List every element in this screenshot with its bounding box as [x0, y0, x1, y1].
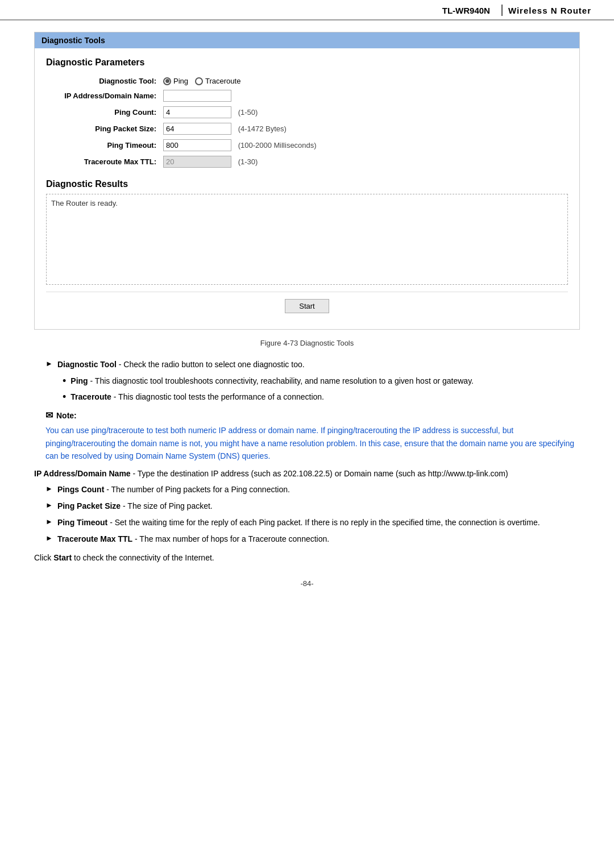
diagnostic-tool-description: ► Diagnostic Tool - Check the radio butt… [34, 359, 580, 371]
params-section-title: Diagnostic Parameters [46, 57, 568, 68]
page-header: TL-WR940N Wireless N Router [0, 0, 614, 20]
note-label-text: Note: [56, 411, 77, 420]
label-ping-count: Ping Count: [46, 104, 160, 121]
model-name: TL-WR940N [442, 6, 490, 15]
table-row: Diagnostic Tool: Ping Traceroute [46, 74, 568, 88]
diagnostic-tool-bold: Diagnostic Tool [57, 360, 117, 369]
ping-timeout-hint: (100-2000 Milliseconds) [238, 141, 317, 149]
ping-packet-size-rest: - The size of Ping packet. [123, 501, 213, 510]
diagnostic-tools-box: Diagnostic Tools Diagnostic Parameters D… [34, 32, 580, 330]
ping-timeout-input[interactable] [163, 139, 231, 151]
label-ping-timeout: Ping Timeout: [46, 137, 160, 153]
ping-timeout-rest: - Set the waiting time for the reply of … [110, 518, 540, 527]
diagnostic-tool-rest: - Check the radio button to select one d… [119, 360, 305, 369]
pings-count-description: ► Pings Count - The number of Ping packe… [34, 484, 580, 496]
ping-packet-size-text: Ping Packet Size - The size of Ping pack… [57, 500, 213, 512]
note-section: ✉ Note: You can use ping/traceroute to t… [45, 410, 580, 462]
label-ping-packet-size: Ping Packet Size: [46, 121, 160, 137]
ping-timeout-description: ► Ping Timeout - Set the waiting time fo… [34, 517, 580, 529]
traceroute-rest: - This diagnostic tool tests the perform… [114, 392, 324, 401]
table-row: Traceroute Max TTL: (1-30) [46, 153, 568, 170]
label-diagnostic-tool: Diagnostic Tool: [46, 74, 160, 88]
diagnostic-tool-radio-group: Ping Traceroute [163, 77, 565, 85]
ip-address-input[interactable] [163, 90, 231, 102]
ping-count-input[interactable] [163, 106, 231, 118]
ip-address-description: IP Address/Domain Name - Type the destin… [34, 469, 580, 478]
table-row: Ping Packet Size: (4-1472 Bytes) [46, 121, 568, 137]
ping-packet-size-hint: (4-1472 Bytes) [238, 124, 287, 133]
page-number: -84- [34, 579, 580, 588]
click-start-prefix: Click [34, 553, 53, 562]
traceroute-ttl-description: ► Traceroute Max TTL - The max number of… [34, 533, 580, 545]
click-start-bold: Start [53, 553, 72, 562]
ip-rest: - Type the destination IP address (such … [133, 469, 508, 478]
start-button[interactable]: Start [285, 299, 329, 313]
radio-ping-circle[interactable] [163, 77, 171, 85]
traceroute-ttl-bold: Traceroute Max TTL [57, 534, 132, 543]
main-content: Diagnostic Tools Diagnostic Parameters D… [0, 20, 614, 605]
arrow-icon: ► [45, 484, 53, 493]
ip-bold: IP Address/Domain Name [34, 469, 131, 478]
traceroute-ttl-text: Traceroute Max TTL - The max number of h… [57, 533, 329, 545]
button-row: Start [46, 292, 568, 320]
click-start-rest: to check the connectivity of the Interne… [72, 553, 214, 562]
ping-timeout-bold: Ping Timeout [57, 518, 107, 527]
traceroute-description: • Traceroute - This diagnostic tool test… [34, 391, 580, 404]
arrow-icon: ► [45, 359, 53, 368]
figure-caption: Figure 4-73 Diagnostic Tools [34, 339, 580, 347]
results-text: The Router is ready. [51, 199, 118, 207]
diag-box-header: Diagnostic Tools [35, 32, 579, 48]
table-row: IP Address/Domain Name: [46, 88, 568, 104]
header-divider [501, 5, 503, 16]
ping-packet-size-description: ► Ping Packet Size - The size of Ping pa… [34, 500, 580, 512]
ping-packet-size-bold: Ping Packet Size [57, 501, 121, 510]
traceroute-ttl-rest: - The max number of hops for a Tracerout… [135, 534, 329, 543]
ping-rest: - This diagnostic tool troubleshoots con… [90, 376, 474, 385]
traceroute-ttl-hint: (1-30) [238, 157, 258, 166]
params-table: Diagnostic Tool: Ping Traceroute [46, 74, 568, 170]
radio-traceroute[interactable]: Traceroute [195, 77, 240, 85]
traceroute-bold: Traceroute [70, 392, 111, 401]
ping-count-hint: (1-50) [238, 108, 258, 117]
traceroute-ttl-input[interactable] [163, 156, 231, 168]
results-area: The Router is ready. [46, 194, 568, 285]
note-icon: ✉ [45, 410, 53, 421]
radio-traceroute-label: Traceroute [205, 77, 240, 85]
traceroute-text: Traceroute - This diagnostic tool tests … [70, 391, 324, 403]
arrow-icon: ► [45, 517, 53, 526]
bullet-dot-icon: • [63, 391, 66, 404]
note-text: You can use ping/traceroute to test both… [45, 424, 580, 462]
radio-ping[interactable]: Ping [163, 77, 188, 85]
pings-count-rest: - The number of Ping packets for a Ping … [106, 485, 290, 494]
arrow-icon: ► [45, 501, 53, 509]
diag-box-title: Diagnostic Tools [42, 36, 105, 45]
pings-count-bold: Pings Count [57, 485, 104, 494]
ping-text: Ping - This diagnostic tool troubleshoot… [70, 375, 474, 387]
table-row: Ping Timeout: (100-2000 Milliseconds) [46, 137, 568, 153]
note-label: ✉ Note: [45, 410, 580, 421]
ping-bold: Ping [70, 376, 88, 385]
diagnostic-tool-text: Diagnostic Tool - Check the radio button… [57, 359, 305, 371]
ping-timeout-text: Ping Timeout - Set the waiting time for … [57, 517, 540, 529]
radio-ping-label: Ping [173, 77, 188, 85]
click-start-description: Click Start to check the connectivity of… [34, 553, 580, 562]
radio-traceroute-circle[interactable] [195, 77, 203, 85]
table-row: Ping Count: (1-50) [46, 104, 568, 121]
label-ip-address: IP Address/Domain Name: [46, 88, 160, 104]
results-section-title: Diagnostic Results [46, 179, 568, 189]
diag-box-body: Diagnostic Parameters Diagnostic Tool: P… [35, 48, 579, 329]
ping-packet-size-input[interactable] [163, 123, 231, 135]
ip-desc-text: IP Address/Domain Name - Type the destin… [34, 469, 508, 478]
bullet-dot-icon: • [63, 375, 66, 388]
pings-count-text: Pings Count - The number of Ping packets… [57, 484, 290, 496]
page-title: Wireless N Router [508, 6, 591, 15]
ping-description: • Ping - This diagnostic tool troublesho… [34, 375, 580, 388]
arrow-icon: ► [45, 534, 53, 542]
label-traceroute-ttl: Traceroute Max TTL: [46, 153, 160, 170]
